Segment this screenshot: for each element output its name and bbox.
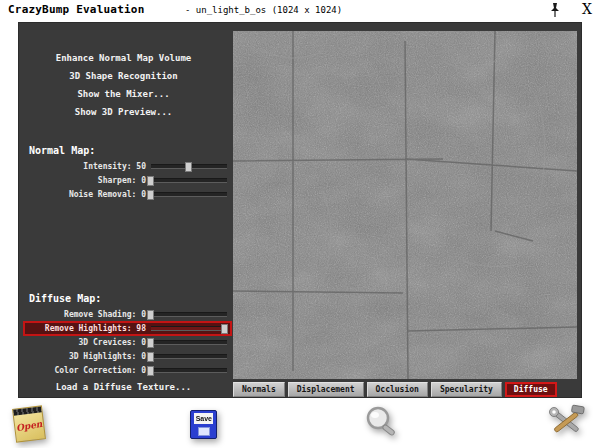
- slider-label: Remove Highlights: 98: [28, 324, 146, 333]
- map-tabs: Normals Displacement Occlusion Speculari…: [233, 382, 577, 397]
- open-button[interactable]: Open: [14, 407, 44, 441]
- slider-label: Remove Shading: 0: [28, 310, 146, 319]
- slider-label: 3D Highlights: 0: [28, 352, 146, 361]
- tab-displacement[interactable]: Displacement: [288, 382, 364, 397]
- open-note-icon: Open: [12, 405, 46, 442]
- tools-button[interactable]: [546, 404, 586, 444]
- slider-handle[interactable]: [147, 310, 154, 320]
- slider-label: Color Correction: 0: [28, 366, 146, 375]
- crevices-slider[interactable]: [151, 340, 227, 345]
- intensity-slider[interactable]: [151, 164, 227, 169]
- titlebar: CrazyBump Evaluation - un_light_b_os (10…: [0, 0, 600, 20]
- tab-diffuse[interactable]: Diffuse: [505, 382, 557, 397]
- command-menu: Enhance Normal Map Volume 3D Shape Recog…: [19, 49, 228, 121]
- diffuse-map-sliders: Remove Shading: 0 Remove Highlights: 98 …: [25, 309, 230, 379]
- slider-label: Intensity: 50: [28, 162, 146, 171]
- hammer-wrench-icon: [546, 404, 586, 440]
- app-title: CrazyBump Evaluation: [8, 3, 144, 16]
- tab-normals[interactable]: Normals: [233, 382, 285, 397]
- controls-column: Enhance Normal Map Volume 3D Shape Recog…: [19, 23, 232, 397]
- remove-highlights-slider[interactable]: [151, 326, 227, 331]
- tab-occlusion[interactable]: Occlusion: [367, 382, 428, 397]
- save-label: Save: [194, 413, 213, 424]
- slider-row-3d-crevices: 3D Crevices: 0: [25, 337, 230, 348]
- slider-handle[interactable]: [221, 324, 228, 334]
- remove-shading-slider[interactable]: [151, 312, 227, 317]
- magnifier-icon: [364, 405, 400, 439]
- normal-map-preview-image: [233, 31, 577, 379]
- slider-row-color-correction: Color Correction: 0: [25, 365, 230, 376]
- slider-label: Noise Removal: 0: [28, 190, 146, 199]
- slider-label: Sharpen: 0: [28, 176, 146, 185]
- noise-removal-slider[interactable]: [151, 192, 227, 197]
- open-label: Open: [15, 419, 44, 434]
- slider-label: 3D Crevices: 0: [28, 338, 146, 347]
- slider-row-3d-highlights: 3D Highlights: 0: [25, 351, 230, 362]
- save-floppy-icon: Save: [190, 410, 217, 439]
- menu-item-show-mixer[interactable]: Show the Mixer...: [19, 85, 228, 103]
- texture-preview: [233, 31, 577, 379]
- slider-row-remove-shading: Remove Shading: 0: [25, 309, 230, 320]
- slider-handle[interactable]: [185, 162, 192, 172]
- crazybump-window: CrazyBump Evaluation - un_light_b_os (10…: [0, 0, 600, 448]
- slider-row-sharpen: Sharpen: 0: [25, 175, 230, 186]
- color-correction-slider[interactable]: [151, 368, 227, 373]
- slider-row-remove-highlights: Remove Highlights: 98: [25, 323, 230, 334]
- menu-item-enhance-volume[interactable]: Enhance Normal Map Volume: [19, 49, 228, 67]
- save-button[interactable]: Save: [190, 410, 217, 439]
- slider-handle[interactable]: [147, 366, 154, 376]
- diffuse-map-header: Diffuse Map:: [29, 293, 101, 304]
- tab-specularity[interactable]: Specularity: [431, 382, 502, 397]
- slider-handle[interactable]: [147, 352, 154, 362]
- bottom-toolbar: Open Save: [0, 400, 600, 448]
- slider-row-noise-removal: Noise Removal: 0: [25, 189, 230, 200]
- slider-handle[interactable]: [147, 338, 154, 348]
- highlights-3d-slider[interactable]: [151, 354, 227, 359]
- sharpen-slider[interactable]: [151, 178, 227, 183]
- slider-handle[interactable]: [147, 190, 154, 200]
- close-icon[interactable]: X: [582, 1, 592, 17]
- pushpin-icon[interactable]: [548, 2, 562, 18]
- document-name: - un_light_b_os (1024 x 1024): [185, 5, 342, 15]
- load-diffuse-texture-link[interactable]: Load a Diffuse Texture...: [19, 382, 228, 392]
- zoom-button[interactable]: [364, 405, 400, 443]
- slider-row-intensity: Intensity: 50: [25, 161, 230, 172]
- main-panel: Enhance Normal Map Volume 3D Shape Recog…: [18, 22, 582, 398]
- menu-item-show-3d-preview[interactable]: Show 3D Preview...: [19, 103, 228, 121]
- normal-map-header: Normal Map:: [29, 145, 95, 156]
- slider-handle[interactable]: [147, 176, 154, 186]
- normal-map-sliders: Intensity: 50 Sharpen: 0 Noise Removal: …: [25, 161, 230, 203]
- menu-item-shape-recognition[interactable]: 3D Shape Recognition: [19, 67, 228, 85]
